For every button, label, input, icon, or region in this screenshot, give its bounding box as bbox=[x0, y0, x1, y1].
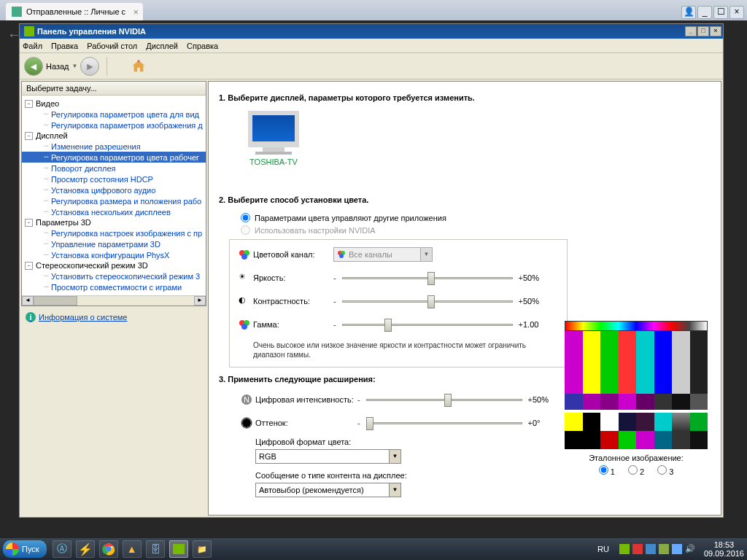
maximize-icon[interactable]: ☐ bbox=[713, 6, 728, 19]
hue-icon bbox=[241, 417, 252, 429]
menu-file[interactable]: Файл bbox=[23, 42, 42, 50]
gamma-icon bbox=[239, 319, 250, 330]
ref-radio-1[interactable]: 1 bbox=[599, 465, 615, 476]
close-icon[interactable]: × bbox=[729, 6, 744, 19]
tree-group-3d[interactable]: -Параметры 3D bbox=[22, 217, 206, 228]
brightness-slider[interactable] bbox=[342, 271, 513, 285]
contrast-icon: ◐ bbox=[239, 295, 250, 307]
reference-image-1 bbox=[565, 321, 708, 410]
minimize-icon[interactable]: _ bbox=[697, 6, 712, 19]
nav-forward-button[interactable]: ► bbox=[80, 57, 99, 76]
task-tree[interactable]: -Видео ┈Регулировка параметров цвета для… bbox=[22, 96, 206, 295]
menu-display[interactable]: Дисплей bbox=[146, 42, 178, 50]
vibrance-slider[interactable] bbox=[366, 392, 522, 407]
svg-text:N: N bbox=[244, 395, 249, 404]
taskbar-app-1[interactable]: Ⓐ bbox=[53, 540, 71, 558]
tray-volume-icon[interactable]: 🔊 bbox=[685, 544, 695, 554]
user-icon[interactable]: 👤 bbox=[681, 6, 696, 19]
taskbar-app-5[interactable]: 🗄 bbox=[146, 540, 165, 558]
ref-radio-2[interactable]: 2 bbox=[628, 465, 644, 476]
main-panel: 1. Выберите дисплей, параметры которого … bbox=[208, 81, 721, 516]
window-title: Панель управления NVIDIA bbox=[37, 27, 146, 36]
tree-item[interactable]: ┈Регулировка настроек изображения с пр bbox=[22, 228, 206, 238]
home-icon[interactable] bbox=[129, 57, 148, 76]
titlebar[interactable]: Панель управления NVIDIA _ □ × bbox=[20, 24, 723, 39]
tree-item[interactable]: ┈Установка цифрового аудио bbox=[22, 184, 206, 195]
system-info-link[interactable]: i Информация о системе bbox=[20, 308, 208, 327]
tree-item[interactable]: ┈Просмотр состояния HDCP bbox=[22, 174, 206, 184]
nav-back-button[interactable]: ◄ bbox=[24, 57, 43, 76]
format-combo[interactable]: RGB▼ bbox=[255, 449, 401, 464]
content-label: Сообщение о типе контента на дисплее: bbox=[255, 471, 568, 480]
tree-item[interactable]: ┈Поворот дисплея bbox=[22, 163, 206, 174]
taskbar: Пуск Ⓐ ⚡ ▲ 🗄 📁 RU 🔊 18:53 09.09.2016 bbox=[0, 538, 747, 560]
svg-point-5 bbox=[339, 254, 344, 258]
taskbar-aimp[interactable]: ▲ bbox=[123, 540, 142, 558]
contrast-value: 50% bbox=[523, 297, 560, 306]
menu-help[interactable]: Справка bbox=[187, 42, 218, 50]
browser-back-icon[interactable]: ← bbox=[7, 23, 19, 535]
nvidia-control-panel-window: Панель управления NVIDIA _ □ × Файл Прав… bbox=[19, 23, 724, 518]
gamma-value: 1.00 bbox=[523, 320, 560, 329]
contrast-slider[interactable] bbox=[342, 294, 513, 308]
gamma-slider[interactable] bbox=[342, 317, 513, 332]
reference-label: Эталонное изображение: bbox=[565, 454, 708, 462]
tree-group-video[interactable]: -Видео bbox=[22, 98, 206, 109]
channel-combo[interactable]: Все каналы▼ bbox=[333, 247, 433, 262]
gamma-label: Гамма: bbox=[253, 320, 333, 329]
tree-item[interactable]: ┈Регулировка размера и положения рабо bbox=[22, 195, 206, 206]
chrome-window-controls: 👤 _ ☐ × bbox=[678, 4, 747, 20]
taskbar-explorer[interactable]: 📁 bbox=[193, 540, 212, 558]
vibrance-icon: N bbox=[241, 394, 252, 405]
tree-group-stereo[interactable]: -Стереоскопический режим 3D bbox=[22, 260, 206, 271]
favicon bbox=[12, 7, 22, 17]
tray-kaspersky-icon[interactable] bbox=[632, 544, 643, 554]
reference-image-2 bbox=[565, 413, 708, 449]
window-close-icon[interactable]: × bbox=[710, 26, 721, 36]
reference-images: Эталонное изображение: 1 2 3 bbox=[565, 321, 708, 476]
menu-edit[interactable]: Правка bbox=[51, 42, 78, 50]
clock[interactable]: 18:53 09.09.2016 bbox=[704, 540, 744, 558]
hue-slider[interactable] bbox=[366, 416, 522, 430]
radio-nvidia-settings[interactable] bbox=[241, 225, 250, 235]
browser-tab[interactable]: Отправленные :: Личные с × bbox=[6, 3, 143, 20]
tray-nvidia-icon[interactable] bbox=[619, 544, 630, 554]
taskbar-app-2[interactable]: ⚡ bbox=[76, 540, 95, 558]
tree-item[interactable]: ┈Просмотр совместимости с играми bbox=[22, 281, 206, 292]
radio-other-apps[interactable] bbox=[241, 213, 250, 222]
window-maximize-icon[interactable]: □ bbox=[697, 26, 709, 36]
windows-logo-icon bbox=[6, 542, 19, 556]
taskbar-chrome[interactable] bbox=[99, 540, 118, 558]
ref-radio-3[interactable]: 3 bbox=[657, 465, 673, 476]
tree-item[interactable]: ┈Регулировка параметров изображения д bbox=[22, 120, 206, 131]
taskbar-nvidia[interactable] bbox=[169, 540, 188, 558]
vibrance-label: Цифровая интенсивность: bbox=[255, 395, 357, 404]
menubar: Файл Правка Рабочий стол Дисплей Справка bbox=[20, 39, 723, 53]
content-combo[interactable]: Автовыбор (рекомендуется)▼ bbox=[255, 483, 401, 497]
tree-group-display[interactable]: -Дисплей bbox=[22, 131, 206, 141]
section-1-title: 1. Выберите дисплей, параметры которого … bbox=[219, 93, 721, 102]
tree-item[interactable]: ┈Регулировка параметров цвета для вид bbox=[22, 109, 206, 120]
color-settings-group: Цветовой канал: Все каналы▼ ☀ Яркость: -… bbox=[229, 239, 568, 368]
svg-point-8 bbox=[241, 324, 247, 330]
window-minimize-icon[interactable]: _ bbox=[685, 26, 697, 36]
tree-item-selected[interactable]: ┈Регулировка параметров цвета рабочег bbox=[22, 152, 206, 163]
tab-title: Отправленные :: Личные с bbox=[26, 7, 125, 16]
menu-desktop[interactable]: Рабочий стол bbox=[87, 42, 137, 50]
tree-item[interactable]: ┈Изменение разрешения bbox=[22, 141, 206, 152]
tree-item[interactable]: ┈Установка конфигурации PhysX bbox=[22, 249, 206, 260]
start-button[interactable]: Пуск bbox=[3, 540, 47, 558]
tray-icon[interactable] bbox=[646, 544, 656, 554]
language-indicator[interactable]: RU bbox=[597, 545, 609, 553]
tree-scrollbar[interactable]: ◄► bbox=[22, 295, 206, 306]
tree-item[interactable]: ┈Установить стереоскопический режим 3 bbox=[22, 271, 206, 281]
display-thumbnail[interactable]: TOSHIBA-TV bbox=[241, 111, 306, 166]
tray-icon[interactable] bbox=[659, 544, 669, 554]
channel-icon bbox=[239, 249, 250, 260]
tray-network-icon[interactable] bbox=[672, 544, 682, 554]
tree-item[interactable]: ┈Установка нескольких дисплеев bbox=[22, 206, 206, 217]
vibrance-value: 50% bbox=[533, 395, 569, 404]
close-tab-icon[interactable]: × bbox=[133, 7, 139, 18]
section-2-title: 2. Выберите способ установки цвета. bbox=[219, 195, 721, 204]
tree-item[interactable]: ┈Управление параметрами 3D bbox=[22, 238, 206, 249]
